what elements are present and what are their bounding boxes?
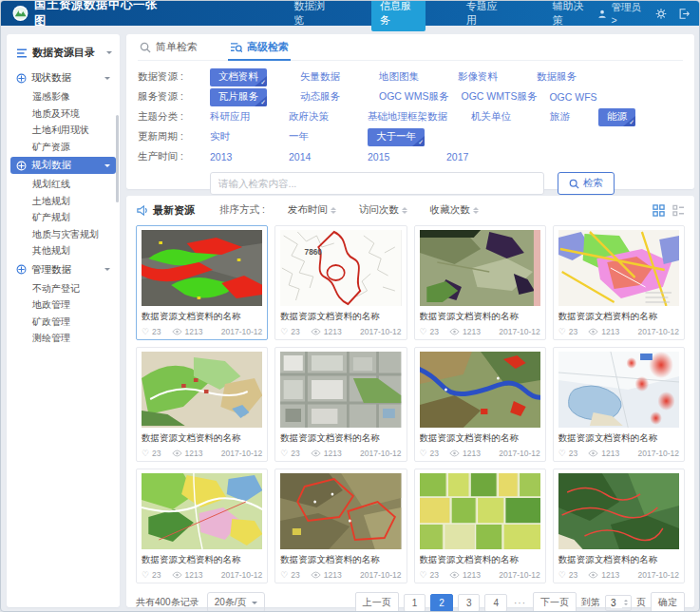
filter-option[interactable]: 科研应用 <box>210 110 276 124</box>
likes-count: 23 <box>291 570 299 580</box>
resource-card[interactable]: 数据资源文档资料的名称 ♡23 1213 2017-10-12 <box>274 469 407 583</box>
page-button-3[interactable]: 3 <box>458 594 481 612</box>
filter-option[interactable]: 数据服务 <box>537 70 603 84</box>
sidebar-item-land-use-status[interactable]: 土地利用现状 <box>7 122 120 139</box>
chevron-down-icon <box>104 77 110 83</box>
filter-option[interactable]: 2013 <box>210 151 276 163</box>
filter-option[interactable]: OGC WFS <box>549 91 615 103</box>
filter-option[interactable]: 2015 <box>368 151 434 163</box>
page-button-2[interactable]: 2 <box>430 594 453 612</box>
sidebar-item-land-planning[interactable]: 土地规划 <box>7 193 120 210</box>
logout-icon[interactable] <box>678 8 690 20</box>
search-icon <box>569 179 579 189</box>
filter-option[interactable]: 2014 <box>289 151 355 163</box>
resource-card[interactable]: 数据资源文档资料的名称 ♡23 1213 2017-10-12 <box>553 469 685 583</box>
nav-item-data-browse[interactable]: 数据浏览 <box>285 0 339 31</box>
sidebar-item-geo-disaster-planning[interactable]: 地质与灾害规划 <box>7 226 120 243</box>
likes-icon: ♡ <box>420 449 427 458</box>
settings-gear-icon[interactable] <box>655 8 667 20</box>
nav-item-info-service[interactable]: 信息服务 <box>371 0 426 31</box>
filter-option[interactable]: 地图图集 <box>379 70 445 84</box>
filter-option[interactable]: 矢量数据 <box>300 70 367 84</box>
prev-page-button[interactable]: 上一页 <box>355 592 399 612</box>
spinner-arrows-icon[interactable] <box>624 600 628 605</box>
next-page-button[interactable]: 下一页 <box>533 592 577 612</box>
category-icon <box>16 264 27 275</box>
sidebar-item-planning-redline[interactable]: 规划红线 <box>7 176 120 193</box>
sidebar-item-mineral-resources[interactable]: 矿产资源 <box>7 139 120 156</box>
filter-option-selected[interactable]: 大于一年✓ <box>368 128 425 146</box>
filter-option[interactable]: 实时 <box>210 130 276 143</box>
sort-by-visit-count[interactable]: 访问次数 <box>359 203 407 217</box>
card-title: 数据资源文档资料的名称 <box>558 432 679 445</box>
page-size-select[interactable]: 20条/页 <box>207 592 265 612</box>
card-thumbnail <box>558 352 679 428</box>
main-nav: 数据浏览 信息服务 专题应用 辅助决策 <box>285 0 597 31</box>
filter-option[interactable]: 一年 <box>289 130 355 143</box>
user-menu[interactable]: 管理员> <box>597 1 644 26</box>
filter-option-selected[interactable]: 能源✓ <box>598 108 635 126</box>
sidebar-group-current-data[interactable]: 现状数据 <box>10 69 116 86</box>
filter-option[interactable]: 机关单位 <box>471 110 538 124</box>
tab-simple-search[interactable]: 简单检索 <box>138 34 199 60</box>
page-button-4[interactable]: 4 <box>484 594 507 612</box>
filter-row-data-type: 数据资源 : 文档资料✓ 矢量数据 地图图集 影像资料 数据服务 <box>138 67 683 86</box>
page-button-1[interactable]: 1 <box>404 594 426 612</box>
nav-item-thematic-apps[interactable]: 专题应用 <box>458 0 512 31</box>
main: 简单检索 高级检索 数据资源 : 文档资料✓ 矢量数据 地图图集 <box>126 34 694 607</box>
filter-option[interactable]: 旅游 <box>550 110 586 124</box>
sort-by-favorite-count[interactable]: 收藏次数 <box>430 203 479 217</box>
card-date: 2017-10-12 <box>638 570 679 580</box>
confirm-button[interactable]: 确定 <box>651 592 685 612</box>
resource-card[interactable]: 数据资源文档资料的名称 ♡23 1213 2017-10-12 <box>136 469 268 583</box>
filter-option[interactable]: 基础地理框架数据 <box>368 110 459 124</box>
check-icon: ✓ <box>629 118 634 126</box>
filter-option-selected[interactable]: 瓦片服务✓ <box>210 88 267 106</box>
goto-page-input[interactable] <box>611 598 622 608</box>
filter-option[interactable]: 影像资料 <box>458 70 524 84</box>
search-button[interactable]: 检索 <box>558 172 615 195</box>
list-view-icon[interactable] <box>672 204 685 217</box>
resource-card[interactable]: 数据资源文档资料的名称 ♡23 1213 2017-10-12 <box>414 225 546 340</box>
nav-item-decision-support[interactable]: 辅助决策 <box>544 0 598 31</box>
sidebar-item-real-estate-registration[interactable]: 不动产登记 <box>7 280 120 297</box>
sidebar-item-mineral-planning[interactable]: 矿产规划 <box>7 209 120 226</box>
sidebar-item-other-planning[interactable]: 其他规划 <box>7 242 120 259</box>
filter-option[interactable]: OGC WMTS服务 <box>462 90 538 104</box>
resource-card[interactable]: 数据资源文档资料的名称 ♡23 1213 2017-10-12 <box>414 469 546 583</box>
resource-card[interactable]: 数据资源文档资料的名称 ♡23 1213 2017-10-12 <box>414 347 546 462</box>
sidebar-item-geology-environment[interactable]: 地质及环境 <box>7 105 120 123</box>
card-thumbnail <box>558 230 679 306</box>
resource-card[interactable]: 数据资源文档资料的名称 ♡23 1213 2017-10-12 <box>274 347 407 462</box>
card-date: 2017-10-12 <box>499 570 539 580</box>
card-date: 2017-10-12 <box>499 327 539 336</box>
card-date: 2017-10-12 <box>638 327 679 336</box>
grid-view-icon[interactable] <box>653 204 665 217</box>
sidebar-scrollbar[interactable] <box>116 115 119 202</box>
search-row: 检索 <box>210 172 683 195</box>
search-input[interactable] <box>210 172 544 195</box>
resource-card[interactable]: 数据资源文档资料的名称 ♡23 1213 2017-10-12 <box>553 347 685 462</box>
resource-card[interactable]: 数据资源文档资料的名称 ♡23 1213 2017-10-12 <box>136 347 268 462</box>
filter-option[interactable]: 动态服务 <box>300 90 367 104</box>
tab-advanced-search[interactable]: 高级检索 <box>228 34 291 60</box>
sidebar-header[interactable]: 数据资源目录 <box>7 44 120 67</box>
likes-icon: ♡ <box>280 449 288 458</box>
sidebar-group-management-data[interactable]: 管理数据 <box>10 261 116 278</box>
resource-card[interactable]: 7860 数据资源文档资料的名称 ♡23 1213 2017-10-12 <box>274 225 407 340</box>
sidebar-item-surveying-administration[interactable]: 测绘管理 <box>7 330 120 347</box>
sidebar-item-mining-administration[interactable]: 矿政管理 <box>7 314 120 331</box>
filter-option-selected[interactable]: 文档资料✓ <box>210 68 267 86</box>
resource-card[interactable]: 数据资源文档资料的名称 ♡23 1213 2017-10-12 <box>136 225 268 340</box>
card-stats: ♡23 1213 2017-10-12 <box>142 570 262 580</box>
sort-by-publish-time[interactable]: 发布时间 <box>288 203 336 217</box>
sidebar-item-remote-sensing[interactable]: 遥感影像 <box>7 88 120 105</box>
filter-option[interactable]: 2017 <box>446 151 513 163</box>
sidebar-item-land-administration[interactable]: 地政管理 <box>7 296 120 314</box>
resource-card[interactable]: 数据资源文档资料的名称 ♡23 1213 2017-10-12 <box>553 225 685 340</box>
likes-count: 23 <box>291 449 299 458</box>
sidebar-group-planning-data[interactable]: 规划数据 <box>10 157 116 174</box>
likes-count: 23 <box>291 327 299 336</box>
filter-option[interactable]: OGC WMS服务 <box>379 90 449 104</box>
filter-option[interactable]: 政府决策 <box>289 110 355 124</box>
